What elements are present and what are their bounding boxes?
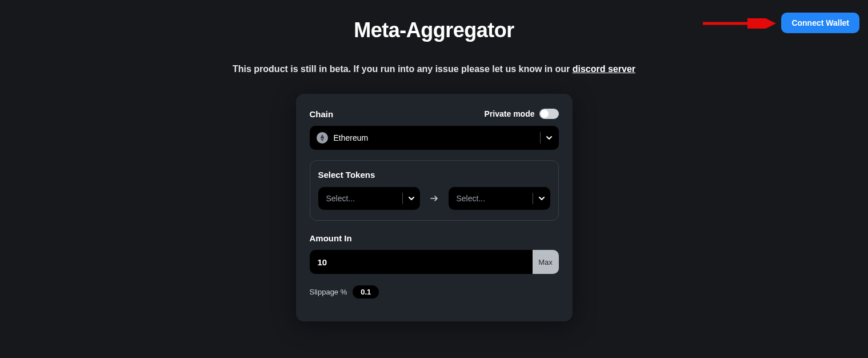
chevron-down-icon <box>407 194 415 202</box>
token-from-select[interactable]: Select... <box>318 187 420 210</box>
chain-select[interactable]: Ethereum <box>310 126 559 150</box>
slippage-value[interactable]: 0.1 <box>353 285 379 299</box>
ethereum-icon <box>317 132 328 144</box>
divider <box>402 193 403 204</box>
chain-selected-name: Ethereum <box>334 133 535 142</box>
slippage-label: Slippage % <box>310 288 347 296</box>
chevron-down-icon <box>538 194 546 202</box>
beta-notice: This product is still in beta. If you ru… <box>0 64 868 74</box>
arrow-right-icon <box>428 192 441 205</box>
select-tokens-panel: Select Tokens Select... Select... <box>310 160 559 221</box>
divider <box>533 193 533 204</box>
divider <box>540 132 541 144</box>
token-to-placeholder: Select... <box>457 194 528 203</box>
private-mode-label: Private mode <box>485 109 535 118</box>
private-mode-toggle[interactable] <box>539 109 559 119</box>
chevron-down-icon <box>545 134 553 142</box>
token-to-select[interactable]: Select... <box>449 187 550 210</box>
beta-notice-text: This product is still in beta. If you ru… <box>233 64 573 74</box>
max-button[interactable]: Max <box>533 250 559 274</box>
page-title: Meta-Aggregator <box>0 18 868 42</box>
chain-label: Chain <box>310 109 334 119</box>
amount-in-input[interactable] <box>310 250 533 274</box>
token-from-placeholder: Select... <box>326 194 398 203</box>
discord-link[interactable]: discord server <box>573 64 635 74</box>
amount-in-label: Amount In <box>310 233 559 243</box>
swap-card: Chain Private mode Ethereum Select Token… <box>296 94 573 321</box>
select-tokens-label: Select Tokens <box>318 170 375 180</box>
